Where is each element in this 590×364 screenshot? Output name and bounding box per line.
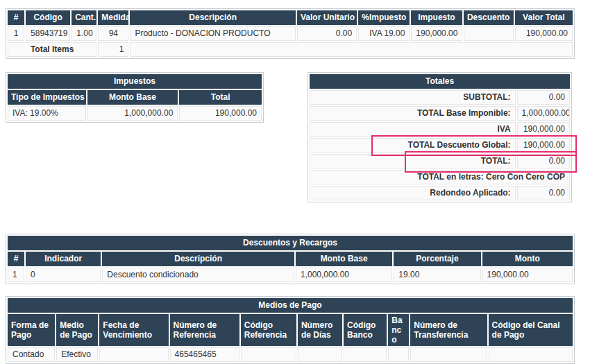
descuento-global-label: TOTAL Descuento Global: bbox=[310, 138, 516, 153]
items-row: 1 58943719 1.00 94 Producto - DONACION P… bbox=[8, 26, 573, 41]
totales-row-base-imponible: TOTAL Base Imponible: 1,000,000.00 bbox=[310, 106, 570, 121]
medio-numero-transferencia bbox=[410, 347, 487, 362]
descuentos-header-row: # Indicador Descripción Monto Base Porce… bbox=[8, 252, 573, 266]
items-header-impuesto-pct: %Impuesto bbox=[358, 10, 410, 25]
descuentos-header-num: # bbox=[8, 252, 24, 266]
totales-title-row: Totales bbox=[310, 74, 570, 89]
medios-pago-table: Medios de Pago Forma de Pago Medio de Pa… bbox=[6, 296, 575, 364]
descuentos-title: Descuentos y Recargos bbox=[8, 236, 573, 250]
medios-header-numero-transferencia: Número de Transferencia bbox=[410, 314, 487, 346]
medios-header-medio-pago: Medio de Pago bbox=[56, 314, 98, 346]
total-en-letras: TOTAL en letras: Cero Con Cero COP bbox=[310, 170, 570, 184]
subtotal-label: SUBTOTAL: bbox=[310, 90, 516, 105]
total-label: TOTAL: bbox=[310, 154, 516, 168]
totales-table: Totales SUBTOTAL: 0.00 TOTAL Base Imponi… bbox=[307, 72, 572, 202]
impuestos-header-tipo: Tipo de Impuestos bbox=[8, 90, 86, 105]
medios-header-row: Forma de Pago Medio de Pago Fecha de Ven… bbox=[8, 314, 573, 346]
impuestos-table: Impuestos Tipo de Impuestos Monto Base T… bbox=[6, 72, 264, 123]
medios-header-forma-pago: Forma de Pago bbox=[8, 314, 55, 346]
iva-value: 190,000.00 bbox=[517, 122, 570, 137]
descuento-num: 1 bbox=[8, 268, 24, 282]
medios-header-codigo-banco: Código Banco bbox=[344, 314, 387, 346]
impuestos-header-total: Total bbox=[179, 90, 262, 105]
item-num: 1 bbox=[8, 26, 24, 41]
items-header-impuesto: Impuesto bbox=[411, 10, 462, 25]
item-impuesto: 190,000.00 bbox=[411, 26, 462, 41]
redondeo-value: 0.00 bbox=[517, 186, 570, 200]
items-header-descripcion: Descripción bbox=[130, 10, 296, 25]
medios-header-numero-referencia: Número de Referencia bbox=[170, 314, 239, 346]
medios-title-row: Medios de Pago bbox=[8, 298, 573, 313]
item-descuento bbox=[464, 26, 514, 41]
descuento-monto-base: 1,000,000.00 bbox=[296, 268, 392, 282]
item-medida: 94 bbox=[98, 26, 128, 41]
medios-header-banco: Banco bbox=[388, 314, 409, 346]
descuento-global-value: 190,000.00 bbox=[517, 138, 570, 153]
medio-banco bbox=[388, 347, 409, 362]
total-items-label: Total Items bbox=[8, 42, 96, 57]
totales-row-total: TOTAL: 0.00 bbox=[310, 154, 570, 168]
medios-header-codigo-referencia: Código Referencia bbox=[241, 314, 296, 346]
impuestos-title: Impuestos bbox=[8, 74, 262, 89]
descuentos-table: Descuentos y Recargos # Indicador Descri… bbox=[6, 234, 575, 284]
descuentos-header-monto: Monto bbox=[482, 252, 573, 266]
medios-row: Contado Efectivo 465465465 bbox=[8, 347, 573, 362]
medio-medio-pago: Efectivo bbox=[56, 347, 98, 362]
descuentos-header-descripcion: Descripción bbox=[102, 252, 294, 266]
item-codigo: 58943719 bbox=[26, 26, 70, 41]
items-table: # Código Cant. Medida Descripción Valor … bbox=[6, 8, 575, 59]
items-header-medida: Medida bbox=[98, 10, 128, 25]
descuentos-title-row: Descuentos y Recargos bbox=[8, 236, 573, 250]
medios-title: Medios de Pago bbox=[8, 298, 573, 313]
totales-row-descuento-global: TOTAL Descuento Global: 190,000.00 bbox=[310, 138, 570, 153]
medio-numero-referencia: 465465465 bbox=[170, 347, 239, 362]
items-header-valor-total: Valor Total bbox=[515, 10, 573, 25]
impuestos-row: IVA: 19.00% 1,000,000.00 190,000.00 bbox=[8, 106, 262, 121]
total-value: 0.00 bbox=[517, 154, 570, 168]
item-descripcion: Producto - DONACION PRODUCTO bbox=[130, 26, 296, 41]
items-header-num: # bbox=[8, 10, 24, 25]
medio-forma-pago: Contado bbox=[8, 347, 55, 362]
medio-fecha-vencimiento bbox=[99, 347, 168, 362]
redondeo-label: Redondeo Aplicado: bbox=[310, 186, 516, 200]
items-total-row: Total Items 1 bbox=[8, 42, 573, 57]
descuento-monto: 190,000.00 bbox=[482, 268, 573, 282]
impuestos-header-monto-base: Monto Base bbox=[87, 90, 178, 105]
descuentos-row: 1 0 Descuento condicionado 1,000,000.00 … bbox=[8, 268, 573, 282]
medios-header-numero-dias: Número de Días bbox=[298, 314, 342, 346]
item-valor-unitario: 0.00 bbox=[297, 26, 357, 41]
impuestos-title-row: Impuestos bbox=[8, 74, 262, 89]
impuesto-total: 190,000.00 bbox=[179, 106, 262, 121]
base-imponible-value: 1,000,000.00 bbox=[517, 106, 570, 121]
descuento-porcentaje: 19.00 bbox=[394, 268, 480, 282]
invoice-detail-page: # Código Cant. Medida Descripción Valor … bbox=[0, 0, 590, 364]
descuentos-header-indicador: Indicador bbox=[26, 252, 101, 266]
base-imponible-label: TOTAL Base Imponible: bbox=[310, 106, 516, 121]
totales-row-subtotal: SUBTOTAL: 0.00 bbox=[310, 90, 570, 105]
iva-label: IVA bbox=[310, 122, 516, 137]
item-valor-total: 190,000.00 bbox=[515, 26, 573, 41]
impuesto-tipo: IVA: 19.00% bbox=[8, 106, 86, 121]
items-header-codigo: Código bbox=[26, 10, 70, 25]
descuentos-header-porcentaje: Porcentaje bbox=[394, 252, 480, 266]
descuento-descripcion: Descuento condicionado bbox=[102, 268, 294, 282]
subtotal-value: 0.00 bbox=[517, 90, 570, 105]
medios-header-canal-pago: Código del Canal de Pago bbox=[489, 314, 573, 346]
medios-header-fecha-vencimiento: Fecha de Vencimiento bbox=[99, 314, 168, 346]
totales-row-redondeo: Redondeo Aplicado: 0.00 bbox=[310, 186, 570, 200]
items-header-cantidad: Cant. bbox=[71, 10, 96, 25]
medio-numero-dias bbox=[298, 347, 342, 362]
totales-title: Totales bbox=[310, 74, 570, 89]
medio-codigo-banco bbox=[344, 347, 387, 362]
impuesto-monto-base: 1,000,000.00 bbox=[87, 106, 178, 121]
descuentos-header-monto-base: Monto Base bbox=[296, 252, 392, 266]
medio-canal-pago bbox=[489, 347, 573, 362]
totales-row-iva: IVA 190,000.00 bbox=[310, 122, 570, 137]
total-items-value: 1 bbox=[98, 42, 128, 57]
item-cantidad: 1.00 bbox=[71, 26, 96, 41]
items-total-filler bbox=[130, 42, 573, 57]
totales-row-en-letras: TOTAL en letras: Cero Con Cero COP bbox=[310, 170, 570, 184]
descuento-indicador: 0 bbox=[26, 268, 101, 282]
medio-codigo-referencia bbox=[241, 347, 296, 362]
items-header-valor-unitario: Valor Unitario bbox=[297, 10, 357, 25]
